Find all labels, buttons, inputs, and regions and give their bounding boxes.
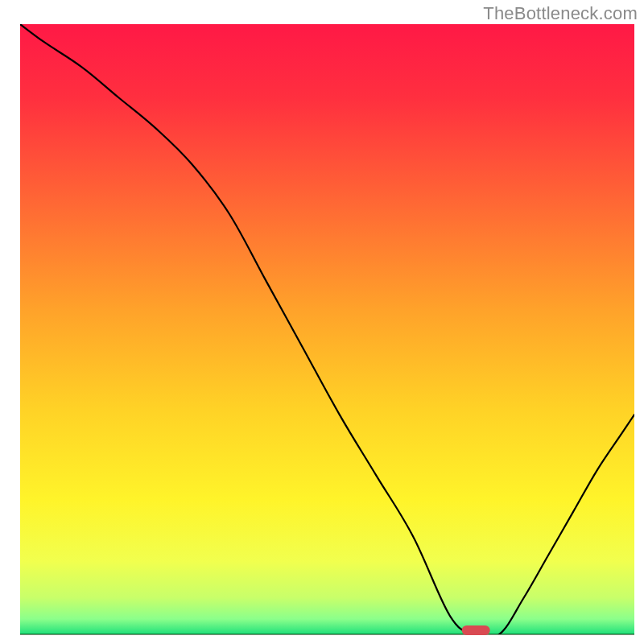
optimal-marker (462, 625, 490, 635)
chart-stage: TheBottleneck.com (0, 0, 644, 644)
chart-canvas (0, 0, 644, 644)
watermark-text: TheBottleneck.com (483, 3, 638, 24)
plot-gradient-area (20, 24, 634, 634)
